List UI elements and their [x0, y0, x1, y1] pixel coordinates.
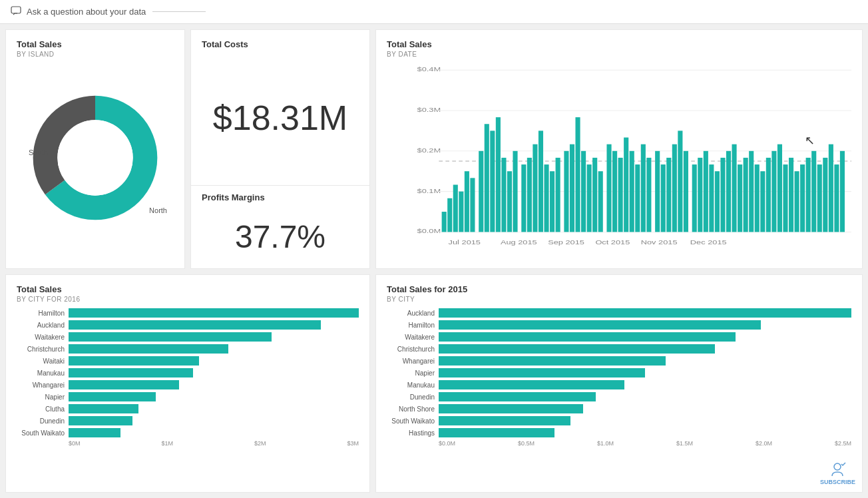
- bar-row: Dunedin: [387, 392, 851, 401]
- svg-rect-81: [834, 164, 839, 232]
- svg-rect-56: [692, 164, 697, 232]
- svg-rect-32: [544, 164, 548, 232]
- bar-fill: [439, 332, 736, 342]
- profits-section: Profits Margins 37.7%: [202, 186, 359, 262]
- bar-fill: [439, 404, 583, 413]
- bar-chart-2015: Auckland Hamilton Waitakere Christchurch…: [387, 308, 851, 437]
- bar-label: Auckland: [17, 322, 65, 329]
- bar-row: Hamilton: [387, 320, 851, 330]
- total-costs-title: Total Costs: [202, 39, 359, 49]
- bar-background: [439, 368, 851, 377]
- svg-rect-23: [490, 130, 495, 232]
- bar-fill: [439, 368, 645, 377]
- svg-rect-65: [744, 158, 748, 232]
- bar-background: [439, 356, 851, 366]
- svg-rect-63: [732, 144, 737, 232]
- svg-rect-48: [641, 144, 646, 232]
- svg-rect-61: [720, 158, 725, 232]
- svg-rect-73: [789, 158, 793, 232]
- ask-question-label[interactable]: Ask a question about your data: [27, 7, 146, 17]
- bar-fill: [69, 344, 228, 354]
- bar-fill: [69, 320, 321, 330]
- bar-label: Hamilton: [387, 322, 435, 329]
- svg-rect-51: [661, 164, 666, 232]
- svg-text:$0.2M: $0.2M: [417, 147, 441, 154]
- svg-rect-28: [521, 164, 526, 232]
- svg-rect-29: [527, 158, 532, 232]
- svg-rect-80: [829, 144, 833, 232]
- sales-city-2015-title: Total Sales for 2015: [387, 284, 851, 294]
- bar-label: Dunedin: [17, 417, 65, 425]
- bar-fill: [69, 308, 359, 318]
- svg-rect-17: [453, 184, 458, 232]
- bar-background: [69, 344, 359, 354]
- bar-label: Auckland: [387, 310, 435, 317]
- bar-background: [439, 320, 851, 330]
- svg-rect-70: [771, 151, 776, 232]
- subscribe-icon: [828, 460, 847, 479]
- bar-fill: [439, 308, 851, 318]
- svg-rect-36: [570, 144, 574, 232]
- axis-label: $3M: [347, 440, 359, 447]
- svg-text:Oct 2015: Oct 2015: [595, 238, 630, 245]
- svg-rect-35: [564, 151, 568, 232]
- svg-rect-62: [726, 151, 731, 232]
- svg-rect-55: [684, 151, 688, 232]
- total-sales-island-title: Total Sales: [17, 39, 174, 49]
- axis-labels-2016: $0M $1M $2M $3M: [17, 440, 359, 447]
- bar-label: South Waikato: [387, 417, 435, 425]
- sales-city-2016-title: Total Sales: [17, 284, 359, 294]
- svg-text:$0.1M: $0.1M: [417, 187, 441, 194]
- sales-date-svg: $0.4M $0.3M $0.2M $0.1M $0.0M: [387, 63, 851, 259]
- svg-rect-37: [575, 117, 580, 232]
- svg-point-3: [57, 120, 132, 195]
- bar-label: Hamilton: [17, 310, 65, 317]
- bar-row: Hastings: [387, 428, 851, 437]
- svg-rect-77: [811, 151, 816, 232]
- bar-fill: [69, 332, 272, 342]
- total-sales-date-title: Total Sales: [387, 39, 851, 49]
- svg-rect-31: [539, 130, 543, 232]
- bar-background: [439, 344, 851, 354]
- bar-background: [439, 428, 851, 437]
- svg-rect-69: [766, 158, 771, 232]
- bar-background: [69, 380, 359, 389]
- bar-background: [69, 368, 359, 377]
- bar-row: Whangarei: [387, 356, 851, 366]
- svg-rect-64: [738, 164, 742, 232]
- bar-label: Napier: [387, 370, 435, 377]
- svg-rect-76: [806, 158, 811, 232]
- svg-rect-22: [485, 124, 489, 232]
- bar-background: [439, 380, 851, 389]
- svg-rect-79: [823, 158, 827, 232]
- bar-background: [69, 332, 359, 342]
- bar-row: Manukau: [17, 368, 359, 377]
- axis-label: $1.5M: [676, 440, 693, 447]
- svg-point-89: [834, 463, 841, 470]
- bar-background: [439, 416, 851, 425]
- svg-rect-18: [459, 192, 463, 232]
- subscribe-button[interactable]: SUBSCRIBE: [820, 460, 855, 485]
- svg-rect-24: [496, 117, 501, 232]
- bar-row: Manukau: [387, 380, 851, 389]
- svg-rect-49: [646, 158, 651, 232]
- svg-rect-58: [704, 151, 708, 232]
- north-label: North: [149, 206, 167, 214]
- svg-rect-57: [698, 158, 702, 232]
- bar-label: Waitakere: [17, 334, 65, 341]
- svg-rect-39: [587, 164, 592, 232]
- bar-background: [69, 308, 359, 318]
- bar-row: Christchurch: [387, 344, 851, 354]
- svg-rect-54: [678, 130, 682, 232]
- bar-label: Dunedin: [387, 393, 435, 401]
- south-label: South: [29, 148, 48, 156]
- svg-rect-42: [606, 144, 611, 232]
- profits-margins-value: 37.7%: [202, 205, 359, 262]
- axis-label: $2M: [254, 440, 266, 447]
- bar-row: South Waikato: [387, 416, 851, 425]
- svg-rect-60: [715, 171, 720, 232]
- subscribe-label[interactable]: SUBSCRIBE: [820, 479, 855, 485]
- svg-rect-71: [777, 144, 782, 232]
- svg-text:Nov 2015: Nov 2015: [641, 238, 678, 245]
- bar-background: [439, 308, 851, 318]
